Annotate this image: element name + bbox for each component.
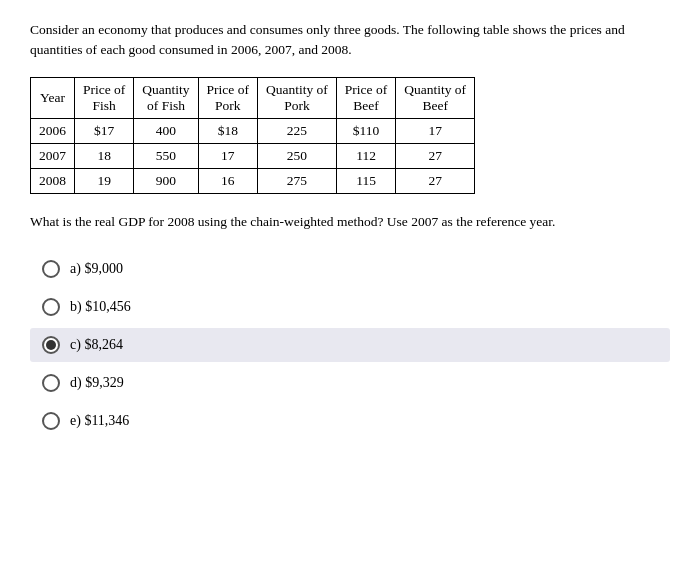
radio-d <box>42 374 60 392</box>
table-cell: 2008 <box>31 168 75 193</box>
col-header-qty-pork: Quantity ofPork <box>257 77 336 118</box>
table-cell: 2007 <box>31 143 75 168</box>
option-label-b: b) $10,456 <box>70 299 131 315</box>
table-cell: 27 <box>396 143 475 168</box>
option-b[interactable]: b) $10,456 <box>30 290 670 324</box>
table-cell: 112 <box>336 143 395 168</box>
table-cell: 400 <box>134 118 198 143</box>
radio-c <box>42 336 60 354</box>
table-cell: $17 <box>75 118 134 143</box>
radio-b <box>42 298 60 316</box>
col-header-price-pork: Price ofPork <box>198 77 257 118</box>
table-cell: $110 <box>336 118 395 143</box>
option-label-d: d) $9,329 <box>70 375 124 391</box>
col-header-price-beef: Price ofBeef <box>336 77 395 118</box>
option-a[interactable]: a) $9,000 <box>30 252 670 286</box>
table-cell: 16 <box>198 168 257 193</box>
table-cell: 18 <box>75 143 134 168</box>
radio-e <box>42 412 60 430</box>
table-cell: 250 <box>257 143 336 168</box>
table-cell: 19 <box>75 168 134 193</box>
data-table: Year Price ofFish Quantityof Fish Price … <box>30 77 670 194</box>
table-cell: 27 <box>396 168 475 193</box>
table-cell: 17 <box>198 143 257 168</box>
option-d[interactable]: d) $9,329 <box>30 366 670 400</box>
question-text: What is the real GDP for 2008 using the … <box>30 212 670 232</box>
col-header-year: Year <box>31 77 75 118</box>
option-c[interactable]: c) $8,264 <box>30 328 670 362</box>
intro-text: Consider an economy that produces and co… <box>30 20 670 61</box>
table-cell: $18 <box>198 118 257 143</box>
radio-a <box>42 260 60 278</box>
table-cell: 2006 <box>31 118 75 143</box>
option-label-e: e) $11,346 <box>70 413 129 429</box>
option-label-a: a) $9,000 <box>70 261 123 277</box>
answer-options: a) $9,000b) $10,456c) $8,264d) $9,329e) … <box>30 252 670 438</box>
table-cell: 17 <box>396 118 475 143</box>
table-cell: 275 <box>257 168 336 193</box>
col-header-price-fish: Price ofFish <box>75 77 134 118</box>
option-label-c: c) $8,264 <box>70 337 123 353</box>
col-header-qty-beef: Quantity ofBeef <box>396 77 475 118</box>
table-cell: 550 <box>134 143 198 168</box>
table-cell: 115 <box>336 168 395 193</box>
option-e[interactable]: e) $11,346 <box>30 404 670 438</box>
table-cell: 900 <box>134 168 198 193</box>
table-cell: 225 <box>257 118 336 143</box>
col-header-qty-fish: Quantityof Fish <box>134 77 198 118</box>
